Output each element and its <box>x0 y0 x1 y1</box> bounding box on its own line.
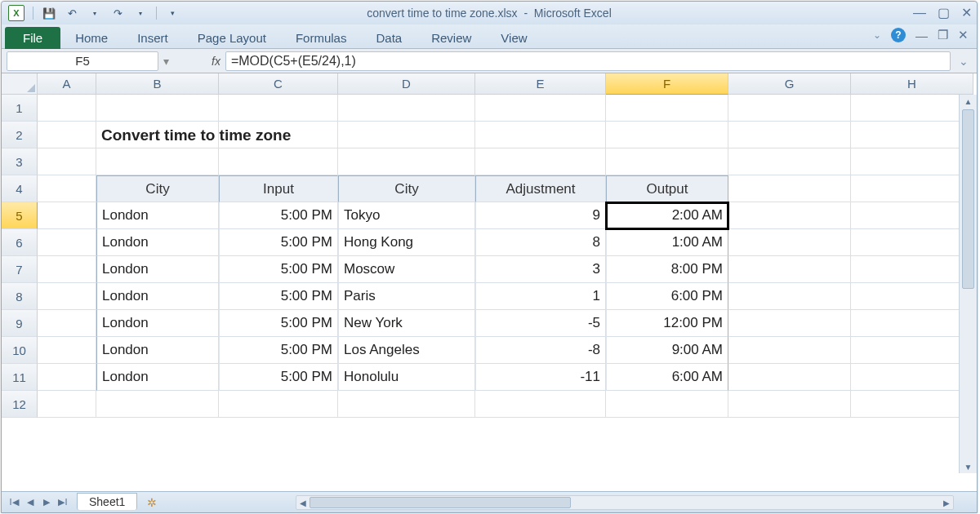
cell-grid[interactable]: Convert time to time zoneCityInputCityAd… <box>38 95 959 491</box>
cell-H2[interactable] <box>851 122 973 148</box>
hscroll-track[interactable] <box>310 496 940 509</box>
sheet-title[interactable]: Convert time to time zone <box>96 122 586 148</box>
formula-input[interactable]: =MOD(C5+(E5/24),1) <box>225 51 951 71</box>
table-cell[interactable]: London <box>96 364 219 391</box>
cell-A2[interactable] <box>38 122 96 148</box>
doc-minimize-icon[interactable]: — <box>915 29 928 42</box>
cell-H10[interactable] <box>851 337 973 364</box>
table-cell[interactable]: London <box>96 229 219 256</box>
col-header-G[interactable]: G <box>728 73 851 95</box>
table-cell[interactable]: 1 <box>475 283 606 310</box>
tab-data[interactable]: Data <box>361 27 416 48</box>
sheet-tab[interactable]: Sheet1 <box>77 493 137 510</box>
table-cell[interactable]: 5:00 PM <box>219 364 338 391</box>
minimize-icon[interactable]: — <box>913 6 926 20</box>
scroll-right-icon[interactable]: ▶ <box>940 498 953 507</box>
col-header-H[interactable]: H <box>851 73 973 95</box>
cell-B1[interactable] <box>96 95 219 122</box>
name-box-dropdown-icon[interactable]: ▾ <box>163 55 169 68</box>
cell-G8[interactable] <box>728 283 851 310</box>
cell-H1[interactable] <box>851 95 973 122</box>
table-header[interactable]: Input <box>219 175 338 202</box>
tab-view[interactable]: View <box>486 27 541 48</box>
ribbon-min-chevron-icon[interactable]: ⌄ <box>873 29 881 41</box>
col-header-D[interactable]: D <box>338 73 475 95</box>
cell-H3[interactable] <box>851 148 973 175</box>
table-cell[interactable]: London <box>96 202 219 229</box>
cell-B12[interactable] <box>96 391 219 418</box>
table-cell[interactable]: 1:00 AM <box>606 229 728 256</box>
table-cell[interactable]: Moscow <box>338 256 475 283</box>
table-cell[interactable]: 8 <box>475 229 606 256</box>
cell-A4[interactable] <box>38 175 96 202</box>
cell-A3[interactable] <box>38 148 96 175</box>
table-cell[interactable]: 6:00 PM <box>606 283 728 310</box>
table-cell[interactable]: London <box>96 256 219 283</box>
tab-insert[interactable]: Insert <box>122 27 183 48</box>
cell-G3[interactable] <box>728 148 851 175</box>
close-icon[interactable]: ✕ <box>961 5 972 20</box>
scroll-down-icon[interactable]: ▼ <box>960 460 977 473</box>
table-cell[interactable]: Paris <box>338 283 475 310</box>
table-header[interactable]: City <box>96 175 219 202</box>
table-cell[interactable]: London <box>96 337 219 364</box>
qat-customize-icon[interactable]: ▾ <box>165 6 180 20</box>
table-cell[interactable]: 5:00 PM <box>219 202 338 229</box>
cell-B3[interactable] <box>96 148 219 175</box>
cell-G12[interactable] <box>728 391 851 418</box>
name-box[interactable]: F5 <box>7 51 158 71</box>
table-cell[interactable]: 5:00 PM <box>219 310 338 337</box>
table-cell[interactable]: 9 <box>475 202 606 229</box>
cell-A6[interactable] <box>38 229 96 256</box>
hscroll-thumb[interactable] <box>310 497 571 508</box>
table-cell[interactable]: 2:00 AM <box>606 202 728 229</box>
cell-G6[interactable] <box>728 229 851 256</box>
cell-A11[interactable] <box>38 364 96 391</box>
cell-F3[interactable] <box>606 148 728 175</box>
table-cell[interactable]: 6:00 AM <box>606 364 728 391</box>
scroll-left-icon[interactable]: ◀ <box>296 498 310 507</box>
sheet-next-icon[interactable]: ▶ <box>39 495 54 510</box>
row-header-7[interactable]: 7 <box>2 256 38 283</box>
col-header-B[interactable]: B <box>96 73 219 95</box>
table-header[interactable]: City <box>338 175 475 202</box>
cell-A12[interactable] <box>38 391 96 418</box>
col-header-C[interactable]: C <box>219 73 338 95</box>
row-header-9[interactable]: 9 <box>2 310 38 337</box>
row-header-3[interactable]: 3 <box>2 148 38 175</box>
row-header-11[interactable]: 11 <box>2 364 38 391</box>
table-cell[interactable]: London <box>96 310 219 337</box>
file-tab[interactable]: File <box>5 27 60 49</box>
row-header-8[interactable]: 8 <box>2 283 38 310</box>
cell-H9[interactable] <box>851 310 973 337</box>
table-cell[interactable]: 9:00 AM <box>606 337 728 364</box>
cell-G1[interactable] <box>728 95 851 122</box>
cell-H6[interactable] <box>851 229 973 256</box>
save-icon[interactable]: 💾 <box>42 6 56 20</box>
table-cell[interactable]: New York <box>338 310 475 337</box>
table-cell[interactable]: 8:00 PM <box>606 256 728 283</box>
cell-H11[interactable] <box>851 364 973 391</box>
tab-formulas[interactable]: Formulas <box>281 27 362 48</box>
col-header-A[interactable]: A <box>38 73 96 95</box>
formula-expand-icon[interactable]: ⌄ <box>956 55 972 68</box>
help-icon[interactable]: ? <box>891 28 906 42</box>
redo-icon[interactable]: ↷ <box>110 6 125 20</box>
row-header-10[interactable]: 10 <box>2 337 38 364</box>
cell-A7[interactable] <box>38 256 96 283</box>
cell-F2[interactable] <box>606 122 728 148</box>
new-sheet-icon[interactable]: ✲ <box>144 496 160 509</box>
row-header-1[interactable]: 1 <box>2 95 38 122</box>
table-cell[interactable]: Los Angeles <box>338 337 475 364</box>
table-header[interactable]: Output <box>606 175 728 202</box>
row-header-6[interactable]: 6 <box>2 229 38 256</box>
sheet-first-icon[interactable]: I◀ <box>7 495 21 510</box>
fx-icon[interactable]: fx <box>212 55 220 68</box>
sheet-prev-icon[interactable]: ◀ <box>23 495 38 510</box>
cell-G2[interactable] <box>728 122 851 148</box>
vertical-scrollbar[interactable]: ▲ ▼ <box>959 95 977 473</box>
vscroll-thumb[interactable] <box>962 109 974 289</box>
table-cell[interactable]: Honolulu <box>338 364 475 391</box>
cell-H4[interactable] <box>851 175 973 202</box>
cell-C3[interactable] <box>219 148 338 175</box>
